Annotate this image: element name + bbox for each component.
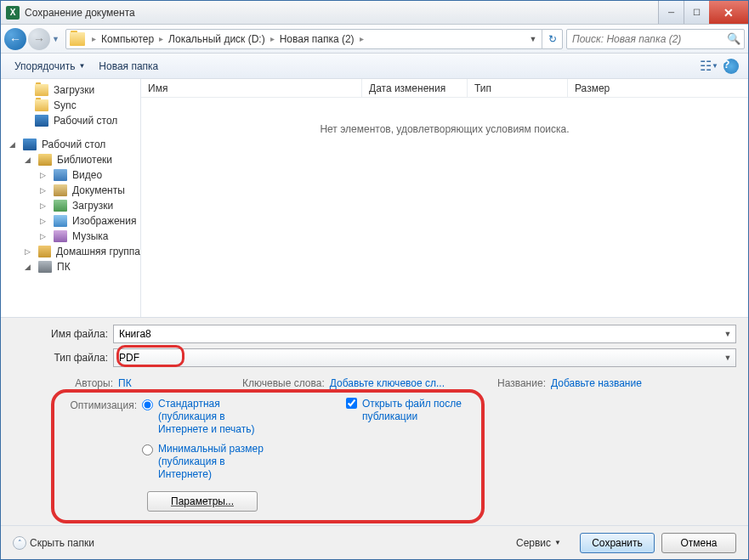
search-box: 🔍 xyxy=(566,29,745,49)
expand-icon[interactable]: ▷ xyxy=(40,171,48,179)
collapse-icon[interactable]: ◢ xyxy=(9,140,18,149)
radio-minimal-input[interactable] xyxy=(142,444,153,455)
libraries-icon xyxy=(38,154,52,166)
filename-input[interactable] xyxy=(114,325,720,343)
checkbox-open-after-label: Открыть файл после публикации xyxy=(362,398,473,423)
checkbox-open-after[interactable]: Открыть файл после публикации xyxy=(346,398,473,423)
filetype-combo[interactable]: PDF ▼ xyxy=(113,348,736,367)
radio-standard-input[interactable] xyxy=(142,399,153,410)
breadcrumb-bar[interactable]: ▸ Компьютер ▸ Локальный диск (D:) ▸ Нова… xyxy=(65,29,563,49)
nav-forward-button[interactable]: → xyxy=(28,28,50,50)
new-folder-label: Новая папка xyxy=(99,60,158,72)
tree-item-sync[interactable]: Sync xyxy=(1,98,140,113)
tree-item-images[interactable]: ▷Изображения xyxy=(1,213,140,229)
column-type[interactable]: Тип xyxy=(468,79,568,97)
chevron-up-icon: ˄ xyxy=(13,536,26,550)
parameters-button[interactable]: Параметры... xyxy=(147,491,258,512)
computer-icon xyxy=(38,261,52,273)
collapse-icon[interactable]: ◢ xyxy=(25,263,33,271)
filename-row: Имя файла: ▼ xyxy=(13,325,736,343)
organize-label: Упорядочить xyxy=(14,60,75,72)
filetype-value: PDF xyxy=(114,352,720,364)
chevron-down-icon[interactable]: ▼ xyxy=(720,354,735,362)
optimization-radios: Стандартная (публикация в Интернете и пе… xyxy=(142,398,270,488)
nav-back-button[interactable]: ← xyxy=(4,28,26,50)
search-icon[interactable]: 🔍 xyxy=(723,32,744,45)
chevron-right-icon: ▸ xyxy=(156,34,167,43)
documents-icon xyxy=(54,184,67,196)
tree-item-video[interactable]: ▷Видео xyxy=(1,167,140,183)
tree-item-homegroup[interactable]: ▷Домашняя группа xyxy=(1,244,140,259)
authors-label: Авторы: xyxy=(13,377,113,389)
metadata-row: Авторы: ПК Ключевые слова: Добавьте ключ… xyxy=(13,372,736,393)
view-button[interactable]: ☷ ▼ xyxy=(699,56,719,76)
tree-item-downloads2[interactable]: ▷Загрузки xyxy=(1,198,140,213)
video-icon xyxy=(54,169,67,181)
chevron-down-icon: ▼ xyxy=(554,539,561,546)
minimize-button[interactable]: ─ xyxy=(658,1,684,24)
breadcrumb-segment[interactable]: Новая папка (2) xyxy=(278,33,356,45)
organize-button[interactable]: Упорядочить ▼ xyxy=(8,57,92,76)
chevron-down-icon[interactable]: ▼ xyxy=(720,330,735,338)
optimization-area: Оптимизация: Стандартная (публикация в И… xyxy=(13,393,736,520)
title-meta-label: Название: xyxy=(497,377,546,389)
radio-minimal-label: Минимальный размер (публикация в Интерне… xyxy=(158,443,270,481)
tree-item-downloads[interactable]: Загрузки xyxy=(1,82,140,98)
collapse-icon[interactable]: ◢ xyxy=(25,156,33,164)
window-controls: ─ ☐ ✕ xyxy=(658,1,748,24)
toolbar: Упорядочить ▼ Новая папка ☷ ▼ ? xyxy=(1,54,748,79)
title-meta-value[interactable]: Добавьте название xyxy=(551,377,642,389)
folder-icon xyxy=(35,84,48,96)
checkbox-open-after-input[interactable] xyxy=(346,398,357,409)
chevron-right-icon: ▸ xyxy=(88,34,99,43)
hide-folders-label: Скрыть папки xyxy=(30,537,94,549)
navigation-bar: ← → ▼ ▸ Компьютер ▸ Локальный диск (D:) … xyxy=(1,25,748,54)
tools-label: Сервис xyxy=(516,537,551,549)
tree-item-pc[interactable]: ◢ПК xyxy=(1,259,140,274)
images-icon xyxy=(54,215,67,227)
column-headers: Имя Дата изменения Тип Размер xyxy=(141,79,748,98)
filename-label: Имя файла: xyxy=(13,328,113,340)
radio-standard-label: Стандартная (публикация в Интернете и пе… xyxy=(158,398,270,436)
keywords-value[interactable]: Добавьте ключевое сл... xyxy=(330,377,445,389)
hide-folders-button[interactable]: ˄ Скрыть папки xyxy=(13,536,94,550)
music-icon xyxy=(54,230,67,242)
save-button[interactable]: Сохранить xyxy=(580,533,655,553)
tree-item-desktop[interactable]: Рабочий стол xyxy=(1,113,140,128)
breadcrumb-segment[interactable]: Локальный диск (D:) xyxy=(167,33,267,45)
radio-standard[interactable]: Стандартная (публикация в Интернете и пе… xyxy=(142,398,270,436)
folder-icon xyxy=(35,99,48,111)
tree-item-desktop-root[interactable]: ◢Рабочий стол xyxy=(1,137,140,152)
expand-icon[interactable]: ▷ xyxy=(40,232,48,240)
expand-icon[interactable]: ▷ xyxy=(25,247,33,256)
empty-message: Нет элементов, удовлетворяющих условиям … xyxy=(141,98,748,317)
column-date[interactable]: Дата изменения xyxy=(362,79,468,97)
authors-value[interactable]: ПК xyxy=(118,377,132,389)
breadcrumb-segment[interactable]: Компьютер xyxy=(99,33,156,45)
expand-icon[interactable]: ▷ xyxy=(40,186,48,195)
tools-button[interactable]: Сервис ▼ xyxy=(516,537,561,549)
help-button[interactable]: ? xyxy=(721,56,741,76)
maximize-button[interactable]: ☐ xyxy=(684,1,709,24)
cancel-button[interactable]: Отмена xyxy=(661,533,736,553)
desktop-icon xyxy=(23,139,37,150)
close-button[interactable]: ✕ xyxy=(709,1,748,24)
expand-icon[interactable]: ▷ xyxy=(40,201,48,210)
tree-item-libraries[interactable]: ◢Библиотеки xyxy=(1,152,140,167)
main-area: Загрузки Sync Рабочий стол ◢Рабочий стол… xyxy=(1,79,748,317)
radio-minimal[interactable]: Минимальный размер (публикация в Интерне… xyxy=(142,443,270,481)
column-name[interactable]: Имя xyxy=(141,79,362,97)
nav-history-dropdown[interactable]: ▼ xyxy=(52,35,62,43)
refresh-button[interactable]: ↻ xyxy=(542,29,562,49)
search-input[interactable] xyxy=(567,33,723,45)
new-folder-button[interactable]: Новая папка xyxy=(92,57,165,76)
folder-tree[interactable]: Загрузки Sync Рабочий стол ◢Рабочий стол… xyxy=(1,79,141,317)
homegroup-icon xyxy=(38,246,51,257)
titlebar: X Сохранение документа ─ ☐ ✕ xyxy=(1,1,748,25)
column-size[interactable]: Размер xyxy=(568,79,748,97)
expand-icon[interactable]: ▷ xyxy=(40,217,48,225)
tree-item-documents[interactable]: ▷Документы xyxy=(1,183,140,198)
save-dialog-window: X Сохранение документа ─ ☐ ✕ ← → ▼ ▸ Ком… xyxy=(0,0,749,560)
tree-item-music[interactable]: ▷Музыка xyxy=(1,229,140,244)
chevron-right-icon: ▸ xyxy=(356,34,367,43)
